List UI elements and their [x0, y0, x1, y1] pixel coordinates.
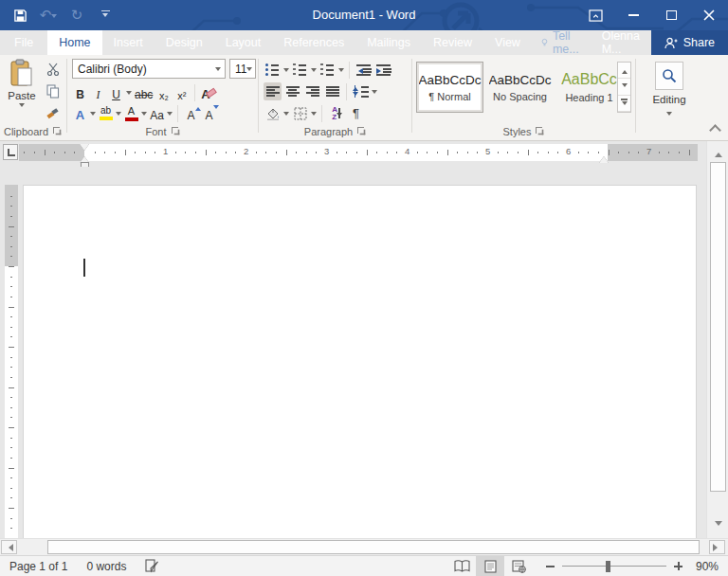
clipboard-dialog-launcher[interactable] [53, 127, 63, 136]
format-painter-button[interactable] [44, 104, 63, 121]
style-heading-1[interactable]: AaBbCc Heading 1 [555, 62, 623, 113]
strikethrough-button[interactable]: abc [134, 83, 154, 101]
horizontal-scroll-thumb[interactable] [47, 540, 700, 554]
change-case-button[interactable]: Aa [149, 104, 165, 122]
font-color-button[interactable]: A [123, 104, 139, 122]
subscript-button[interactable]: x₂ [155, 83, 172, 101]
line-spacing-button[interactable] [352, 82, 370, 100]
font-name-combobox[interactable]: Calibri (Body) [72, 59, 226, 79]
horizontal-scrollbar[interactable] [0, 538, 728, 555]
multilevel-dropdown-arrow[interactable] [338, 68, 344, 75]
styles-scroll-up-button[interactable] [618, 63, 630, 79]
underline-button[interactable]: U [108, 83, 124, 101]
editing-button[interactable]: Editing [648, 62, 690, 118]
print-layout-button[interactable] [476, 556, 504, 576]
scroll-left-button[interactable] [1, 540, 17, 554]
page-indicator[interactable]: Page 1 of 1 [0, 556, 77, 576]
style-normal[interactable]: AaBbCcDc ¶ Normal [416, 62, 483, 113]
tab-review[interactable]: Review [422, 30, 483, 55]
font-dialog-launcher[interactable] [172, 127, 181, 136]
styles-gallery-more-button[interactable] [618, 96, 630, 112]
styles-dialog-launcher[interactable] [536, 127, 545, 136]
close-button[interactable] [690, 0, 728, 30]
align-center-button[interactable] [283, 82, 301, 100]
align-right-button[interactable] [303, 82, 321, 100]
read-mode-button[interactable] [447, 556, 476, 576]
tab-insert[interactable]: Insert [102, 30, 155, 55]
zoom-in-button[interactable] [674, 562, 682, 570]
tab-file[interactable]: File [0, 30, 47, 55]
clear-formatting-button[interactable]: A [200, 83, 216, 101]
share-button[interactable]: Share [651, 30, 728, 55]
tab-layout[interactable]: Layout [214, 30, 273, 55]
minimize-button[interactable] [614, 0, 652, 30]
scroll-up-button[interactable] [709, 145, 727, 161]
styles-scroll-down-button[interactable] [618, 79, 630, 95]
increase-indent-button[interactable] [374, 61, 392, 79]
shrink-font-button[interactable]: A [201, 104, 217, 122]
cut-button[interactable] [44, 61, 63, 78]
ribbon-display-options-button[interactable] [576, 0, 614, 30]
bullets-dropdown-arrow[interactable] [283, 68, 289, 75]
scroll-right-button[interactable] [709, 540, 725, 554]
show-formatting-marks-button[interactable]: ¶ [347, 104, 365, 122]
borders-dropdown-arrow[interactable] [311, 112, 317, 118]
editing-dropdown-arrow[interactable] [666, 112, 672, 118]
paragraph-dialog-launcher[interactable] [357, 127, 367, 136]
vertical-ruler[interactable] [5, 185, 18, 538]
decrease-indent-button[interactable] [355, 61, 373, 79]
justify-button[interactable] [323, 82, 341, 100]
font-size-dropdown-arrow[interactable] [246, 67, 252, 74]
document-page[interactable] [23, 185, 697, 538]
horizontal-ruler[interactable]: 1234567 [19, 144, 698, 161]
collapse-ribbon-button[interactable] [709, 125, 720, 133]
line-spacing-dropdown-arrow[interactable] [372, 90, 377, 97]
tab-mailings[interactable]: Mailings [355, 30, 422, 55]
tab-home[interactable]: Home [47, 30, 101, 55]
shading-button[interactable] [264, 104, 282, 122]
bullets-button[interactable] [264, 61, 282, 79]
zoom-slider-thumb[interactable] [606, 561, 610, 572]
numbering-button[interactable] [291, 61, 309, 79]
right-indent-marker[interactable] [599, 152, 609, 163]
font-name-dropdown-arrow[interactable] [215, 67, 221, 74]
align-left-button[interactable] [264, 82, 282, 100]
zoom-percentage[interactable]: 90% [692, 560, 728, 573]
word-count[interactable]: 0 words [77, 556, 136, 576]
paste-button[interactable]: Paste [4, 59, 40, 121]
change-case-dropdown-arrow[interactable] [167, 112, 173, 118]
user-account[interactable]: Olenna M... [592, 30, 651, 55]
scroll-down-button[interactable] [709, 517, 727, 533]
tell-me-box[interactable]: Tell me... [532, 30, 592, 55]
highlight-color-button[interactable]: ab [98, 104, 114, 122]
text-effects-dropdown-arrow[interactable] [90, 112, 96, 118]
italic-button[interactable]: I [90, 83, 106, 101]
superscript-button[interactable]: x² [173, 83, 190, 101]
font-color-dropdown-arrow[interactable] [141, 112, 147, 118]
style-no-spacing[interactable]: AaBbCcDc No Spacing [486, 62, 554, 113]
borders-button[interactable] [291, 104, 309, 122]
tab-design[interactable]: Design [155, 30, 214, 55]
web-layout-button[interactable] [504, 556, 533, 576]
tab-stop-selector[interactable] [3, 144, 18, 160]
tab-view[interactable]: View [483, 30, 532, 55]
underline-dropdown-arrow[interactable] [126, 91, 132, 98]
highlight-dropdown-arrow[interactable] [116, 112, 121, 118]
grow-font-button[interactable]: A [183, 104, 199, 122]
maximize-button[interactable] [652, 0, 690, 30]
vertical-scroll-thumb[interactable] [710, 162, 726, 492]
numbering-dropdown-arrow[interactable] [311, 68, 317, 75]
sort-button[interactable]: AZ [327, 104, 345, 122]
multilevel-list-button[interactable] [318, 61, 337, 79]
tab-references[interactable]: References [272, 30, 355, 55]
copy-button[interactable] [44, 82, 63, 99]
zoom-slider[interactable] [562, 566, 666, 567]
font-size-combobox[interactable]: 11 [229, 59, 256, 79]
bold-button[interactable]: B [72, 83, 88, 101]
paste-dropdown-arrow[interactable] [19, 103, 25, 110]
shading-dropdown-arrow[interactable] [283, 112, 289, 118]
zoom-out-button[interactable] [546, 566, 555, 567]
proofing-status[interactable] [136, 556, 169, 576]
vertical-scrollbar[interactable] [706, 141, 728, 538]
text-effects-button[interactable]: A [72, 104, 88, 122]
